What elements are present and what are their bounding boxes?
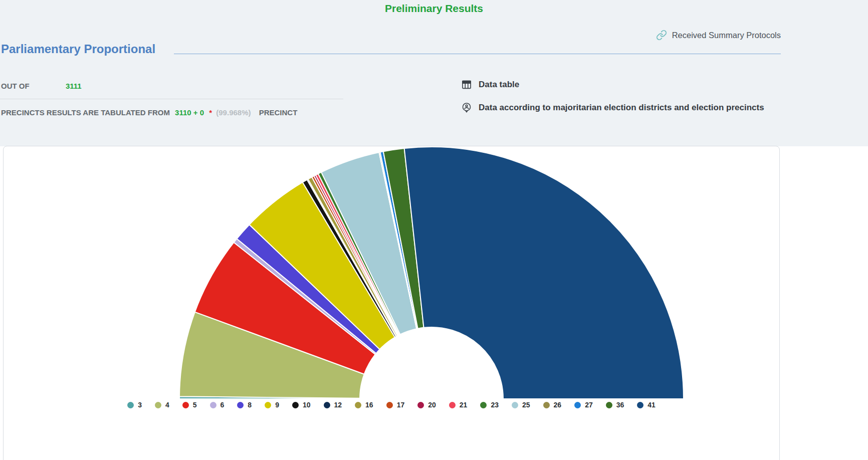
legend-dot <box>512 402 518 408</box>
legend-dot <box>237 402 244 408</box>
legend-item-36[interactable]: 36 <box>606 401 624 409</box>
tabulated-value: 3110 + 0 <box>172 108 204 117</box>
legend-dot <box>324 402 330 408</box>
legend-label: 12 <box>334 401 342 409</box>
legend-dot <box>292 402 299 408</box>
legend-item-9[interactable]: 9 <box>265 401 279 409</box>
legend-label: 3 <box>138 401 142 409</box>
legend-label: 27 <box>585 401 593 409</box>
legend-dot <box>127 402 134 408</box>
legend-item-6[interactable]: 6 <box>210 401 225 409</box>
legend-label: 8 <box>248 401 252 409</box>
tabulated-asterisk: * <box>206 108 212 117</box>
legend-item-16[interactable]: 16 <box>355 401 373 409</box>
legend-label: 21 <box>460 401 468 409</box>
legend-item-3[interactable]: 3 <box>127 401 142 409</box>
data-table-label: Data table <box>479 80 519 90</box>
legend-label: 41 <box>647 401 656 409</box>
legend-item-41[interactable]: 41 <box>637 401 656 409</box>
legend-label: 17 <box>397 401 405 409</box>
person-pin-icon <box>461 102 472 113</box>
legend-dot <box>449 402 456 408</box>
chart-legend: 345689101216172021232526273641 <box>4 401 779 409</box>
legend-item-5[interactable]: 5 <box>182 401 197 409</box>
tabulated-percent: (99.968%) <box>214 108 251 117</box>
legend-dot <box>386 402 393 408</box>
legend-label: 20 <box>428 401 436 409</box>
chart-segment-41[interactable] <box>404 147 684 399</box>
legend-dot <box>543 402 550 408</box>
legend-dot <box>417 402 424 408</box>
section-heading: Parliamentary Proportional <box>1 42 155 56</box>
out-of-label: OUT OF <box>1 82 30 90</box>
legend-dot <box>182 402 189 408</box>
legend-dot <box>355 402 361 408</box>
majoritarian-label: Data according to majoritarian election … <box>479 103 764 113</box>
legend-label: 16 <box>365 401 373 409</box>
page-header: Preliminary Results Received Summary Pro… <box>0 0 868 146</box>
legend-item-27[interactable]: 27 <box>574 401 593 409</box>
legend-item-20[interactable]: 20 <box>417 401 436 409</box>
legend-label: 36 <box>616 401 624 409</box>
half-donut-chart <box>4 146 779 400</box>
table-icon <box>461 79 472 90</box>
link-icon <box>656 30 667 41</box>
protocols-link-label: Received Summary Protocols <box>672 31 781 40</box>
legend-item-8[interactable]: 8 <box>237 401 252 409</box>
heading-rule <box>174 54 781 54</box>
legend-item-25[interactable]: 25 <box>512 401 530 409</box>
out-of-row: OUT OF 3111 <box>1 82 347 90</box>
legend-item-12[interactable]: 12 <box>324 401 342 409</box>
legend-item-10[interactable]: 10 <box>292 401 311 409</box>
legend-label: 9 <box>275 401 279 409</box>
legend-label: 26 <box>554 401 562 409</box>
legend-label: 5 <box>193 401 197 409</box>
legend-label: 4 <box>165 401 169 409</box>
legend-item-17[interactable]: 17 <box>386 401 405 409</box>
tabulated-prefix: PRECINCTS RESULTS ARE TABULATED FROM <box>1 108 170 117</box>
legend-dot <box>480 402 487 408</box>
page-title: Preliminary Results <box>0 3 868 15</box>
majoritarian-data-link[interactable]: Data according to majoritarian election … <box>461 102 764 113</box>
legend-label: 6 <box>221 401 225 409</box>
out-of-value: 3111 <box>66 82 82 90</box>
data-table-link[interactable]: Data table <box>461 79 519 90</box>
legend-item-23[interactable]: 23 <box>480 401 499 409</box>
legend-dot <box>265 402 271 408</box>
legend-dot <box>606 402 612 408</box>
received-summary-protocols-link[interactable]: Received Summary Protocols <box>656 30 781 41</box>
legend-item-4[interactable]: 4 <box>155 401 169 409</box>
legend-dot <box>637 402 643 408</box>
stats-divider <box>0 99 343 99</box>
legend-label: 25 <box>522 401 530 409</box>
legend-dot <box>574 402 581 408</box>
legend-label: 23 <box>491 401 499 409</box>
legend-label: 10 <box>303 401 311 409</box>
legend-item-21[interactable]: 21 <box>449 401 468 409</box>
precincts-row: PRECINCTS RESULTS ARE TABULATED FROM 311… <box>1 108 297 117</box>
legend-dot <box>210 402 216 408</box>
tabulated-suffix: PRECINCT <box>253 108 298 117</box>
legend-dot <box>155 402 161 408</box>
legend-item-26[interactable]: 26 <box>543 401 562 409</box>
chart-card: 345689101216172021232526273641 <box>3 146 780 460</box>
